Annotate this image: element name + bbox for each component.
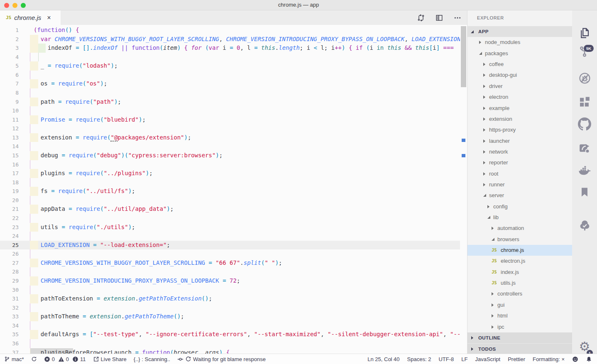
code-line-9[interactable]: 9 path = require("path"); — [0, 98, 467, 107]
folder-item-example[interactable]: example — [467, 103, 572, 114]
code-line-11[interactable]: 11 Promise = require("bluebird"); — [0, 115, 467, 125]
code-line-24[interactable]: 24 — [0, 232, 467, 241]
code-line-31[interactable]: 31 pathToExtension = extension.getPathTo… — [0, 294, 467, 303]
git-branch-status[interactable]: mac* — [4, 356, 24, 362]
code-line-6[interactable]: 6 — [0, 71, 467, 80]
folder-item-launcher[interactable]: launcher — [467, 136, 572, 147]
commit-icon — [177, 356, 184, 362]
folder-item-ipc[interactable]: ipc — [467, 322, 572, 332]
tab-close-icon[interactable]: × — [47, 15, 51, 21]
folder-item-config[interactable]: config — [467, 201, 572, 212]
encoding[interactable]: UTF-8 — [438, 356, 454, 362]
code-line-35[interactable]: 35 defaultArgs = ["--test-type", "--igno… — [0, 330, 467, 339]
code-line-25[interactable]: 25 LOAD_EXTENSION = "--load-extension="; — [0, 241, 467, 250]
editor-scrollbar[interactable] — [460, 25, 467, 354]
code-line-7[interactable]: 7 os = require("os"); — [0, 79, 467, 88]
split-editor-icon[interactable] — [436, 14, 443, 22]
code-line-27[interactable]: 27 CHROME_VERSIONS_WITH_BUGGY_ROOT_LAYER… — [0, 259, 467, 268]
explorer-section-todos[interactable]: TODOS — [467, 343, 572, 354]
feedback-smiley[interactable] — [572, 356, 578, 362]
code-line-15[interactable]: 15 debug = require("debug")("cypress:ser… — [0, 151, 467, 160]
code-line-34[interactable]: 34 — [0, 321, 467, 330]
code-line-20[interactable]: 20 — [0, 196, 467, 205]
explorer-section-outline[interactable]: OUTLINE — [467, 332, 572, 343]
code-line-29[interactable]: 29 CHROME_VERSION_INTRODUCING_PROXY_BYPA… — [0, 276, 467, 286]
folder-item-network[interactable]: network — [467, 147, 572, 157]
live-share-activity-icon[interactable] — [572, 142, 597, 154]
folder-item-root[interactable]: root — [467, 169, 572, 179]
code-line-19[interactable]: 19 fs = require("../util/fs"); — [0, 187, 467, 196]
file-item-index-js[interactable]: JSindex.js — [467, 267, 572, 278]
debug-disabled-icon[interactable] — [572, 72, 597, 85]
code-line-36[interactable]: 36 — [0, 339, 467, 348]
folder-item-https-proxy[interactable]: https-proxy — [467, 125, 572, 135]
code-line-1[interactable]: 1(function() { — [0, 26, 467, 35]
folder-item-node-modules[interactable]: node_modules — [467, 37, 572, 48]
folder-item-driver[interactable]: driver — [467, 81, 572, 92]
code-line-10[interactable]: 10 — [0, 106, 467, 115]
scanning-status[interactable]: {..} : Scanning.. — [134, 356, 170, 362]
code-line-14[interactable]: 14 — [0, 142, 467, 151]
code-line-30[interactable]: 30 — [0, 286, 467, 295]
more-actions-icon[interactable] — [454, 14, 461, 22]
live-share-status[interactable]: Live Share — [93, 356, 127, 362]
code-line-37[interactable]: 37 pluginsBeforeBrowserLaunch = function… — [0, 348, 467, 354]
folder-item-runner[interactable]: runner — [467, 179, 572, 190]
code-line-4[interactable]: 4 — [0, 53, 467, 62]
language-mode[interactable]: JavaScript — [475, 356, 500, 362]
code-line-23[interactable]: 23 utils = require("./utils"); — [0, 223, 467, 232]
cursor-position[interactable]: Ln 25, Col 40 — [367, 356, 399, 362]
folder-item-html[interactable]: html — [467, 310, 572, 321]
scrollbar-thumb[interactable] — [461, 26, 466, 87]
folder-item-browsers[interactable]: browsers — [467, 234, 572, 245]
code-line-22[interactable]: 22 — [0, 214, 467, 223]
extensions-icon[interactable] — [572, 96, 597, 108]
file-item-chrome-js[interactable]: JSchrome.js — [467, 245, 572, 256]
test-tree-icon[interactable] — [572, 219, 597, 232]
code-line-26[interactable]: 26 — [0, 249, 467, 259]
folder-item-coffee[interactable]: coffee — [467, 59, 572, 70]
explorer-section-app[interactable]: APP — [467, 26, 572, 37]
code-line-2[interactable]: 2 var CHROME_VERSIONS_WITH_BUGGY_ROOT_LA… — [0, 35, 467, 44]
code-line-5[interactable]: 5 _ = require("lodash"); — [0, 61, 467, 71]
code-line-32[interactable]: 32 — [0, 303, 467, 313]
code-line-18[interactable]: 18 — [0, 178, 467, 187]
file-item-electron-js[interactable]: JSelectron.js — [467, 256, 572, 266]
code-line-8[interactable]: 8 — [0, 88, 467, 98]
github-icon[interactable] — [572, 117, 597, 131]
bookmarks-icon[interactable] — [572, 186, 597, 198]
sync-status[interactable] — [31, 356, 37, 362]
code-line-17[interactable]: 17 plugins = require("../plugins"); — [0, 169, 467, 178]
code-line-12[interactable]: 12 — [0, 124, 467, 133]
notifications-bell[interactable] — [586, 356, 592, 362]
problems-status[interactable]: 0011 — [44, 356, 86, 362]
open-changes-icon[interactable] — [417, 14, 425, 22]
code-editor[interactable]: 1(function() {2 var CHROME_VERSIONS_WITH… — [0, 25, 467, 354]
code-line-13[interactable]: 13 extension = require("@packages/extens… — [0, 133, 467, 142]
folder-item-controllers[interactable]: controllers — [467, 288, 572, 299]
explorer-icon[interactable] — [572, 27, 597, 39]
formatting-status[interactable]: Formatting: × — [533, 356, 565, 362]
folder-item-gui[interactable]: gui — [467, 300, 572, 310]
code-line-3[interactable]: 3 indexOf = [].indexOf || function(item)… — [0, 44, 467, 53]
prettier-status[interactable]: Prettier — [508, 356, 525, 362]
tab-chrome-js[interactable]: JS chrome.js × — [0, 10, 61, 25]
file-item-utils-js[interactable]: JSutils.js — [467, 278, 572, 288]
folder-item-automation[interactable]: automation — [467, 223, 572, 234]
eol[interactable]: LF — [461, 356, 467, 362]
settings-gear-icon[interactable]: ⚙ — [572, 340, 597, 353]
git-blame-status[interactable]: Waiting for git blame response — [177, 356, 266, 362]
folder-item-extension[interactable]: extension — [467, 114, 572, 125]
folder-item-desktop-gui[interactable]: desktop-gui — [467, 70, 572, 81]
code-line-21[interactable]: 21 appData = require("../util/app_data")… — [0, 205, 467, 214]
folder-item-packages[interactable]: packages — [467, 48, 572, 59]
folder-item-electron[interactable]: electron — [467, 92, 572, 103]
folder-item-reporter[interactable]: reporter — [467, 157, 572, 168]
folder-item-lib[interactable]: lib — [467, 212, 572, 223]
folder-item-server[interactable]: server — [467, 190, 572, 201]
code-line-16[interactable]: 16 — [0, 160, 467, 169]
code-line-28[interactable]: 28 — [0, 267, 467, 276]
docker-icon[interactable] — [572, 165, 597, 178]
indentation[interactable]: Spaces: 2 — [407, 356, 431, 362]
code-line-33[interactable]: 33 pathToTheme = extension.getPathToThem… — [0, 312, 467, 321]
